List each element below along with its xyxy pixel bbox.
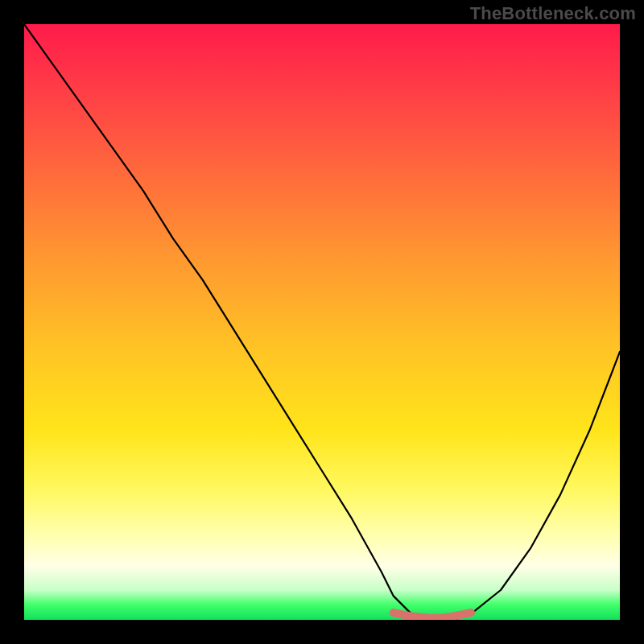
plot-area (24, 24, 620, 620)
bottleneck-curve (24, 24, 620, 620)
curve-layer (24, 24, 620, 620)
watermark-text: TheBottleneck.com (470, 3, 636, 24)
chart-frame: TheBottleneck.com (0, 0, 644, 644)
optimal-range-marker (394, 613, 471, 618)
